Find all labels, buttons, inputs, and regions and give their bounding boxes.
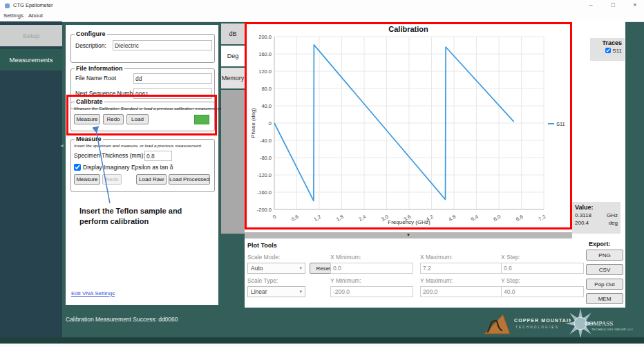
next-sequence-label: Next Sequence Number (75, 90, 138, 97)
file-name-root-label: File Name Root (75, 75, 116, 82)
x-minimum-label: X Minimum: (330, 254, 361, 261)
thickness-input[interactable] (144, 151, 172, 161)
calibrate-hint: Measure the Calibration Standard or load… (74, 106, 222, 111)
value-frequency-unit: GHz (607, 212, 618, 218)
svg-text:-40.0: -40.0 (260, 138, 272, 144)
export-title: Export: (589, 241, 611, 247)
status-message: Calibration Measurement Success: dd0060 (66, 316, 178, 323)
svg-text:2.4: 2.4 (357, 214, 367, 223)
window-title: CTG Epsilometer (13, 2, 53, 8)
export-popout-button[interactable]: Pop Out (586, 279, 623, 290)
measure-legend: Measure (75, 135, 103, 142)
svg-text:4.8: 4.8 (447, 214, 457, 223)
annotation-line1: Insert the Teflon sample and (79, 206, 182, 216)
chevron-down-icon: ▾ (299, 289, 302, 294)
value-box: Value: 0.3118 GHz 200.4 deg (572, 202, 621, 234)
plot-collapse-bar[interactable]: ▼ (245, 232, 572, 238)
description-label: Description: (75, 42, 106, 49)
collapse-down-icon: ▼ (406, 233, 410, 237)
chevron-down-icon: ▾ (299, 265, 302, 271)
compass-sub-text: TECHNOLOGY GROUP, LLC (591, 328, 633, 331)
x-maximum-input[interactable] (420, 263, 503, 274)
svg-text:1.2: 1.2 (312, 214, 322, 223)
measure-measure-button[interactable]: Measure (74, 174, 100, 185)
export-mem-button[interactable]: MEM (586, 293, 623, 304)
plot-tools-title: Plot Tools (247, 242, 277, 249)
left-nav: Setup Measurements (0, 21, 62, 347)
svg-text:40.0: 40.0 (261, 103, 272, 109)
configure-group: Configure Description: (70, 30, 215, 63)
close-button[interactable]: × (627, 1, 643, 10)
maximize-button[interactable]: □ (605, 1, 621, 10)
scale-type-dropdown[interactable]: Linear ▾ (247, 286, 305, 297)
svg-text:-120.0: -120.0 (257, 172, 272, 178)
minimize-button[interactable]: – (583, 1, 598, 10)
measure-redo-button[interactable]: Redo (102, 174, 122, 185)
panel-collapse-left-icon[interactable]: ◄ (59, 143, 64, 148)
file-name-root-input[interactable] (133, 73, 212, 84)
menu-about[interactable]: About (28, 12, 43, 19)
load-raw-button[interactable]: Load Raw (136, 174, 167, 185)
window-bottom-border (0, 337, 644, 344)
scale-mode-dropdown[interactable]: Auto ▾ (247, 263, 305, 274)
trace-s11-checkbox[interactable] (605, 48, 611, 53)
imaginary-epsilon-label: Display Imaginary Epsilon as tan δ (83, 164, 173, 171)
scale-type-label: Scale Type: (247, 277, 278, 284)
value-phase-unit: deg (609, 220, 618, 226)
edit-vna-settings-link[interactable]: Edit VNA Settings (71, 290, 115, 297)
svg-text:0.6: 0.6 (290, 214, 300, 223)
phase-plot[interactable]: 00.61.21.82.43.03.64.24.85.46.06.67.2200… (248, 33, 567, 225)
svg-text:80.0: 80.0 (261, 86, 272, 92)
y-minimum-label: Y Minimum: (330, 277, 361, 284)
traces-box: Traces S11 (590, 38, 625, 61)
trace-s11-label: S11 (612, 48, 622, 54)
tab-deg[interactable]: Deg (221, 46, 245, 66)
cmt-name-text: COPPER MOUNTAIN (514, 318, 571, 323)
annotation-text: Insert the Teflon sample and perform cal… (79, 206, 182, 227)
chart-title: Calibration (247, 25, 570, 33)
calibrate-group: Calibrate Measure the Calibration Standa… (70, 98, 215, 131)
tab-memory[interactable]: Memory (221, 68, 245, 88)
next-sequence-input[interactable] (133, 88, 212, 99)
taskbar-sliver (0, 344, 644, 347)
menu-settings[interactable]: Settings (3, 12, 23, 19)
svg-text:0: 0 (269, 120, 272, 126)
description-input[interactable] (113, 40, 212, 50)
title-bar: CTG Epsilometer – □ × (0, 0, 644, 11)
copper-mountain-logo: COPPER MOUNTAIN TECHNOLOGIES (482, 311, 571, 337)
svg-text:120.0: 120.0 (258, 68, 272, 75)
export-png-button[interactable]: PNG (586, 250, 623, 261)
x-minimum-input[interactable] (330, 263, 413, 274)
compass-logo: COMPASS TECHNOLOGY GROUP, LLC (564, 307, 633, 340)
imaginary-epsilon-checkbox[interactable] (74, 164, 81, 171)
svg-text:-200.0: -200.0 (257, 207, 272, 213)
x-step-label: X Step: (501, 254, 520, 261)
calibrate-load-button[interactable]: Load (126, 114, 149, 124)
nav-measurements-button[interactable]: Measurements (0, 49, 62, 71)
measure-hint: Insert the specimen and measure, or load… (74, 143, 202, 148)
export-csv-button[interactable]: CSV (586, 264, 623, 275)
scale-type-value: Linear (251, 288, 267, 295)
calibrate-redo-button[interactable]: Redo (103, 114, 124, 124)
svg-text:Frequency (GHz): Frequency (GHz) (388, 219, 430, 225)
nav-setup-button[interactable]: Setup (0, 25, 62, 46)
value-frequency: 0.3118 (575, 212, 591, 218)
load-processed-button[interactable]: Load Processed (169, 174, 210, 185)
svg-text:0: 0 (272, 214, 277, 221)
settings-panel: Configure Description: File Information … (66, 25, 218, 305)
y-maximum-input[interactable] (420, 286, 503, 297)
svg-text:160.0: 160.0 (258, 51, 272, 57)
calibrate-legend: Calibrate (75, 98, 104, 105)
y-step-input[interactable] (501, 286, 584, 297)
y-step-label: Y Step: (501, 277, 520, 284)
svg-text:6.0: 6.0 (492, 214, 502, 223)
svg-text:6.6: 6.6 (515, 214, 524, 223)
annotation-line2: perform calibration (79, 216, 182, 227)
svg-text:-160.0: -160.0 (257, 189, 272, 196)
compass-name-text: COMPASS (585, 320, 613, 327)
x-step-input[interactable] (501, 263, 584, 274)
y-minimum-input[interactable] (330, 286, 413, 297)
tab-db[interactable]: dB (221, 24, 245, 44)
scale-mode-value: Auto (251, 265, 263, 272)
calibrate-measure-button[interactable]: Measure (74, 114, 100, 124)
